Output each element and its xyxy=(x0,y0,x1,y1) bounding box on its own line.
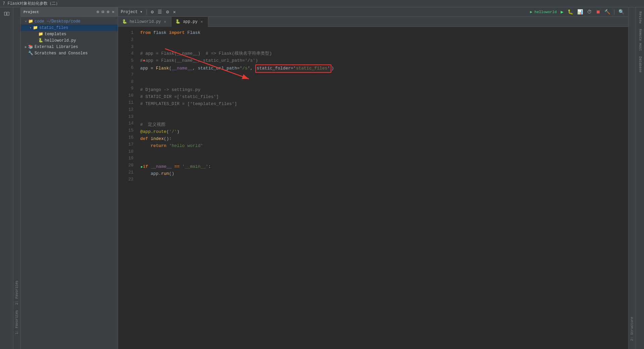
structure-label[interactable]: 2: Structure xyxy=(629,315,635,342)
toolbar-run-btn[interactable]: ▶ xyxy=(559,8,565,15)
code-line-13 xyxy=(140,115,628,122)
code-line-10: # STATIC_DIR =['static_files'] xyxy=(140,94,628,101)
sidebar-tab-remote-host[interactable]: Remote Host xyxy=(638,28,643,52)
code-line-4: # app = Flask(__name__) # => Flask(模块名字符… xyxy=(140,50,628,57)
tree-folder-icon-code: 📁 xyxy=(28,19,33,24)
toolbar-separator-1 xyxy=(147,9,147,15)
tab-app-label: 🐍 app.py xyxy=(175,19,197,24)
tree-item-ext-libs[interactable]: ▶ 📚 External Libraries xyxy=(21,44,118,50)
code-content[interactable]: from flask import Flask # app = Flask(__… xyxy=(135,27,628,349)
toolbar-build-btn[interactable]: 🔨 xyxy=(603,8,611,15)
toolbar-gear-icon[interactable]: ⚙ xyxy=(165,8,170,15)
title-bar-title: 7 Flask对象初始化参数（二） xyxy=(3,1,60,6)
tree-arrow-code: ▾ xyxy=(23,19,28,23)
tree-folder-icon-static-files: 📁 xyxy=(33,25,38,30)
tree-label-code: code ~/Desktop/code xyxy=(35,19,80,24)
code-line-2 xyxy=(140,37,628,44)
toolbar-close-icon[interactable]: ✕ xyxy=(172,8,177,15)
toolbar-find-btn[interactable]: 🔍 xyxy=(617,8,626,15)
code-line-20: ▶ if __name__ == '__main__': xyxy=(140,163,628,170)
code-line-9: # Django -> settings.py xyxy=(140,87,628,94)
code-line-15: @app.route('/') xyxy=(140,129,628,136)
toolbar-layout-icon[interactable]: ☰ xyxy=(156,8,163,15)
left-icon-strip xyxy=(0,7,13,349)
editor-area: Project ▾ ⚙ ☰ ⚙ ✕ ▶ helloworld ▶ 🐛 📊 ⏱ ⏹… xyxy=(118,7,628,349)
content-area: 2: Favorites 1: Favorites Project ⚙ ⊟ ⚙ … xyxy=(0,7,644,349)
panel-header-icons: ⚙ ⊟ ⚙ ✕ xyxy=(96,9,115,15)
tree-lib-icon: 📚 xyxy=(28,44,33,49)
project-panel-title: Project xyxy=(23,10,96,14)
toolbar-project-name: Project ▾ xyxy=(121,9,143,14)
tree-label-scratches: Scratches and Consoles xyxy=(35,51,88,56)
structure-bar: 2: Structure xyxy=(628,7,636,349)
tab-app[interactable]: 🐍 app.py ✕ xyxy=(171,17,208,27)
tree-scratch-icon: 🔧 xyxy=(28,51,33,56)
code-line-18 xyxy=(140,150,628,157)
toolbar-stop-btn[interactable]: ⏹ xyxy=(594,9,602,15)
toolbar-debug-btn[interactable]: 🐛 xyxy=(566,8,575,15)
toolbar-run-config[interactable]: ▶ helloworld xyxy=(529,9,558,15)
code-editor[interactable]: 1 2 3 4 5 6 7 8 9 10 11 12 13 14 15 16 1… xyxy=(118,27,628,349)
tree-arrow-static-files: ▾ xyxy=(28,26,33,30)
code-line-7 xyxy=(140,73,628,80)
static-folder-highlight: static_folder='static_files' xyxy=(255,64,331,73)
code-line-16: def index(): xyxy=(140,136,628,143)
panel-gear-icon[interactable]: ⚙ xyxy=(96,9,100,15)
code-line-19 xyxy=(140,156,628,163)
line-numbers: 1 2 3 4 5 6 7 8 9 10 11 12 13 14 15 16 1… xyxy=(118,27,135,349)
project-panel-header: Project ⚙ ⊟ ⚙ ✕ xyxy=(21,7,118,17)
svg-rect-0 xyxy=(4,12,6,15)
tab-helloworld-close[interactable]: ✕ xyxy=(163,19,167,24)
tree-label-ext-libs: External Libraries xyxy=(35,45,78,49)
sidebar-tab-database[interactable]: Database xyxy=(638,55,643,74)
panel-settings-icon[interactable]: ⚙ xyxy=(106,9,110,15)
code-line-6: app = Flask(__name__, static_url_path='/… xyxy=(140,64,628,73)
code-line-22 xyxy=(140,178,628,185)
tree-item-scratches[interactable]: 🔧 Scratches and Consoles xyxy=(21,50,118,56)
project-icon-btn[interactable] xyxy=(2,9,12,19)
toolbar-separator-2 xyxy=(614,9,614,15)
tab-app-close[interactable]: ✕ xyxy=(200,19,204,24)
tab-helloworld-label: 🐍 helloworld.py xyxy=(122,19,161,24)
code-line-14: # 定义视图 xyxy=(140,121,628,129)
tree-label-templates: templates xyxy=(45,32,66,37)
tree-folder-icon-templates: 📁 xyxy=(38,32,43,37)
code-line-21: app.run() xyxy=(140,170,628,178)
code-line-17: return 'hello world' xyxy=(140,143,628,150)
tab-helloworld[interactable]: 🐍 helloworld.py ✕ xyxy=(118,17,171,27)
toolbar-settings-icon[interactable]: ⚙ xyxy=(150,8,155,15)
tree-python-icon-helloworld: 🐍 xyxy=(38,38,43,43)
project-panel: Project ⚙ ⊟ ⚙ ✕ ▾ 📁 code ~/Desktop/code … xyxy=(21,7,118,349)
svg-rect-1 xyxy=(7,12,9,15)
tree-arrow-ext-libs: ▶ xyxy=(23,45,28,49)
sidebar-tab-review[interactable]: Review xyxy=(638,10,643,25)
code-line-1: from flask import Flask xyxy=(140,30,628,37)
code-line-8 xyxy=(140,80,628,87)
tree-item-templates[interactable]: 📁 templates xyxy=(21,31,118,37)
tree-label-static-files: static_files xyxy=(39,26,68,30)
right-sidebars: Review Remote Host Database xyxy=(636,7,644,349)
favorites-label-1[interactable]: 1: Favorites xyxy=(14,309,20,336)
code-line-12 xyxy=(140,108,628,115)
panel-close-icon[interactable]: ✕ xyxy=(111,9,115,15)
file-tree: ▾ 📁 code ~/Desktop/code ▾ 📁 static_files… xyxy=(21,17,118,349)
tree-item-code[interactable]: ▾ 📁 code ~/Desktop/code xyxy=(21,18,118,24)
toolbar-coverage-btn[interactable]: 📊 xyxy=(576,8,584,15)
panel-layout-icon[interactable]: ⊟ xyxy=(101,9,105,15)
code-line-5: #●app = Flask(__name__, static_url_path=… xyxy=(140,57,628,64)
title-bar: 7 Flask对象初始化参数（二） xyxy=(0,0,644,7)
tree-item-static-files[interactable]: ▾ 📁 static_files xyxy=(21,24,118,31)
tree-item-helloworld[interactable]: 🐍 helloworld.py xyxy=(21,37,118,44)
favorites-bar: 2: Favorites 1: Favorites xyxy=(13,7,21,349)
tab-bar: 🐍 helloworld.py ✕ 🐍 app.py ✕ xyxy=(118,17,628,27)
toolbar: Project ▾ ⚙ ☰ ⚙ ✕ ▶ helloworld ▶ 🐛 📊 ⏱ ⏹… xyxy=(118,7,628,17)
code-line-11: # TEMPLATES_DIR = ['templates_files'] xyxy=(140,101,628,108)
code-line-3 xyxy=(140,44,628,51)
tree-label-helloworld: helloworld.py xyxy=(45,38,76,43)
toolbar-profile-btn[interactable]: ⏱ xyxy=(586,9,593,15)
favorites-label-2[interactable]: 2: Favorites xyxy=(14,279,20,306)
